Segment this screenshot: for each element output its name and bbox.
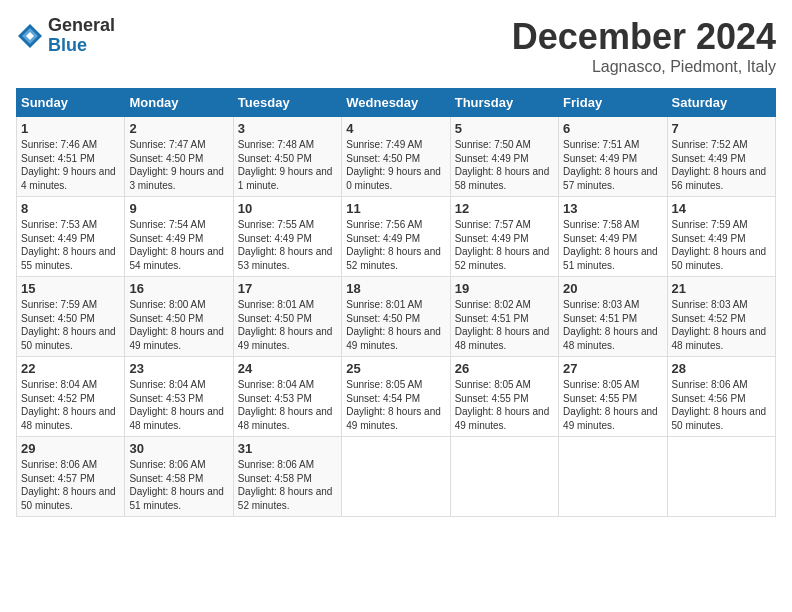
day-header-friday: Friday xyxy=(559,89,667,117)
day-number: 14 xyxy=(672,201,771,216)
calendar-cell: 24Sunrise: 8:04 AMSunset: 4:53 PMDayligh… xyxy=(233,357,341,437)
cell-info: Sunrise: 7:47 AMSunset: 4:50 PMDaylight:… xyxy=(129,139,224,191)
day-number: 4 xyxy=(346,121,445,136)
cell-info: Sunrise: 7:46 AMSunset: 4:51 PMDaylight:… xyxy=(21,139,116,191)
day-number: 8 xyxy=(21,201,120,216)
calendar-cell xyxy=(667,437,775,517)
day-number: 23 xyxy=(129,361,228,376)
day-number: 15 xyxy=(21,281,120,296)
calendar-cell: 12Sunrise: 7:57 AMSunset: 4:49 PMDayligh… xyxy=(450,197,558,277)
calendar-table: SundayMondayTuesdayWednesdayThursdayFrid… xyxy=(16,88,776,517)
cell-info: Sunrise: 8:06 AMSunset: 4:58 PMDaylight:… xyxy=(238,459,333,511)
cell-info: Sunrise: 8:04 AMSunset: 4:52 PMDaylight:… xyxy=(21,379,116,431)
cell-info: Sunrise: 8:03 AMSunset: 4:51 PMDaylight:… xyxy=(563,299,658,351)
calendar-cell: 17Sunrise: 8:01 AMSunset: 4:50 PMDayligh… xyxy=(233,277,341,357)
day-header-sunday: Sunday xyxy=(17,89,125,117)
day-header-saturday: Saturday xyxy=(667,89,775,117)
cell-info: Sunrise: 8:06 AMSunset: 4:58 PMDaylight:… xyxy=(129,459,224,511)
day-number: 10 xyxy=(238,201,337,216)
logo-text: General Blue xyxy=(48,16,115,56)
calendar-cell: 20Sunrise: 8:03 AMSunset: 4:51 PMDayligh… xyxy=(559,277,667,357)
calendar-cell: 28Sunrise: 8:06 AMSunset: 4:56 PMDayligh… xyxy=(667,357,775,437)
day-number: 24 xyxy=(238,361,337,376)
calendar-cell: 18Sunrise: 8:01 AMSunset: 4:50 PMDayligh… xyxy=(342,277,450,357)
cell-info: Sunrise: 8:06 AMSunset: 4:56 PMDaylight:… xyxy=(672,379,767,431)
week-row-1: 1Sunrise: 7:46 AMSunset: 4:51 PMDaylight… xyxy=(17,117,776,197)
cell-info: Sunrise: 7:51 AMSunset: 4:49 PMDaylight:… xyxy=(563,139,658,191)
cell-info: Sunrise: 8:01 AMSunset: 4:50 PMDaylight:… xyxy=(346,299,441,351)
cell-info: Sunrise: 7:55 AMSunset: 4:49 PMDaylight:… xyxy=(238,219,333,271)
calendar-cell xyxy=(559,437,667,517)
day-number: 1 xyxy=(21,121,120,136)
day-number: 12 xyxy=(455,201,554,216)
calendar-cell: 2Sunrise: 7:47 AMSunset: 4:50 PMDaylight… xyxy=(125,117,233,197)
cell-info: Sunrise: 7:56 AMSunset: 4:49 PMDaylight:… xyxy=(346,219,441,271)
day-number: 26 xyxy=(455,361,554,376)
day-number: 13 xyxy=(563,201,662,216)
calendar-cell: 19Sunrise: 8:02 AMSunset: 4:51 PMDayligh… xyxy=(450,277,558,357)
calendar-cell: 25Sunrise: 8:05 AMSunset: 4:54 PMDayligh… xyxy=(342,357,450,437)
calendar-cell xyxy=(342,437,450,517)
day-number: 6 xyxy=(563,121,662,136)
day-number: 9 xyxy=(129,201,228,216)
calendar-cell xyxy=(450,437,558,517)
logo-blue: Blue xyxy=(48,36,115,56)
calendar-cell: 14Sunrise: 7:59 AMSunset: 4:49 PMDayligh… xyxy=(667,197,775,277)
calendar-cell: 3Sunrise: 7:48 AMSunset: 4:50 PMDaylight… xyxy=(233,117,341,197)
calendar-cell: 11Sunrise: 7:56 AMSunset: 4:49 PMDayligh… xyxy=(342,197,450,277)
cell-info: Sunrise: 8:00 AMSunset: 4:50 PMDaylight:… xyxy=(129,299,224,351)
calendar-cell: 9Sunrise: 7:54 AMSunset: 4:49 PMDaylight… xyxy=(125,197,233,277)
calendar-cell: 6Sunrise: 7:51 AMSunset: 4:49 PMDaylight… xyxy=(559,117,667,197)
day-number: 21 xyxy=(672,281,771,296)
cell-info: Sunrise: 8:02 AMSunset: 4:51 PMDaylight:… xyxy=(455,299,550,351)
calendar-cell: 26Sunrise: 8:05 AMSunset: 4:55 PMDayligh… xyxy=(450,357,558,437)
cell-info: Sunrise: 8:01 AMSunset: 4:50 PMDaylight:… xyxy=(238,299,333,351)
day-number: 27 xyxy=(563,361,662,376)
header-row: SundayMondayTuesdayWednesdayThursdayFrid… xyxy=(17,89,776,117)
calendar-cell: 8Sunrise: 7:53 AMSunset: 4:49 PMDaylight… xyxy=(17,197,125,277)
day-number: 31 xyxy=(238,441,337,456)
cell-info: Sunrise: 7:57 AMSunset: 4:49 PMDaylight:… xyxy=(455,219,550,271)
day-number: 11 xyxy=(346,201,445,216)
cell-info: Sunrise: 8:05 AMSunset: 4:55 PMDaylight:… xyxy=(563,379,658,431)
logo-general: General xyxy=(48,16,115,36)
calendar-cell: 23Sunrise: 8:04 AMSunset: 4:53 PMDayligh… xyxy=(125,357,233,437)
calendar-cell: 31Sunrise: 8:06 AMSunset: 4:58 PMDayligh… xyxy=(233,437,341,517)
week-row-3: 15Sunrise: 7:59 AMSunset: 4:50 PMDayligh… xyxy=(17,277,776,357)
cell-info: Sunrise: 7:48 AMSunset: 4:50 PMDaylight:… xyxy=(238,139,333,191)
logo: General Blue xyxy=(16,16,115,56)
calendar-cell: 7Sunrise: 7:52 AMSunset: 4:49 PMDaylight… xyxy=(667,117,775,197)
week-row-5: 29Sunrise: 8:06 AMSunset: 4:57 PMDayligh… xyxy=(17,437,776,517)
day-number: 29 xyxy=(21,441,120,456)
cell-info: Sunrise: 7:50 AMSunset: 4:49 PMDaylight:… xyxy=(455,139,550,191)
day-number: 28 xyxy=(672,361,771,376)
day-number: 18 xyxy=(346,281,445,296)
day-number: 3 xyxy=(238,121,337,136)
day-header-thursday: Thursday xyxy=(450,89,558,117)
title-area: December 2024 Lagnasco, Piedmont, Italy xyxy=(512,16,776,76)
cell-info: Sunrise: 7:59 AMSunset: 4:49 PMDaylight:… xyxy=(672,219,767,271)
day-number: 2 xyxy=(129,121,228,136)
cell-info: Sunrise: 7:52 AMSunset: 4:49 PMDaylight:… xyxy=(672,139,767,191)
calendar-cell: 27Sunrise: 8:05 AMSunset: 4:55 PMDayligh… xyxy=(559,357,667,437)
calendar-cell: 29Sunrise: 8:06 AMSunset: 4:57 PMDayligh… xyxy=(17,437,125,517)
day-number: 17 xyxy=(238,281,337,296)
calendar-cell: 13Sunrise: 7:58 AMSunset: 4:49 PMDayligh… xyxy=(559,197,667,277)
cell-info: Sunrise: 7:49 AMSunset: 4:50 PMDaylight:… xyxy=(346,139,441,191)
cell-info: Sunrise: 8:06 AMSunset: 4:57 PMDaylight:… xyxy=(21,459,116,511)
day-header-tuesday: Tuesday xyxy=(233,89,341,117)
calendar-cell: 1Sunrise: 7:46 AMSunset: 4:51 PMDaylight… xyxy=(17,117,125,197)
cell-info: Sunrise: 8:03 AMSunset: 4:52 PMDaylight:… xyxy=(672,299,767,351)
calendar-cell: 21Sunrise: 8:03 AMSunset: 4:52 PMDayligh… xyxy=(667,277,775,357)
cell-info: Sunrise: 7:59 AMSunset: 4:50 PMDaylight:… xyxy=(21,299,116,351)
day-number: 16 xyxy=(129,281,228,296)
day-header-monday: Monday xyxy=(125,89,233,117)
calendar-cell: 22Sunrise: 8:04 AMSunset: 4:52 PMDayligh… xyxy=(17,357,125,437)
calendar-cell: 30Sunrise: 8:06 AMSunset: 4:58 PMDayligh… xyxy=(125,437,233,517)
calendar-cell: 16Sunrise: 8:00 AMSunset: 4:50 PMDayligh… xyxy=(125,277,233,357)
location: Lagnasco, Piedmont, Italy xyxy=(512,58,776,76)
cell-info: Sunrise: 7:58 AMSunset: 4:49 PMDaylight:… xyxy=(563,219,658,271)
week-row-4: 22Sunrise: 8:04 AMSunset: 4:52 PMDayligh… xyxy=(17,357,776,437)
calendar-cell: 4Sunrise: 7:49 AMSunset: 4:50 PMDaylight… xyxy=(342,117,450,197)
cell-info: Sunrise: 8:05 AMSunset: 4:54 PMDaylight:… xyxy=(346,379,441,431)
